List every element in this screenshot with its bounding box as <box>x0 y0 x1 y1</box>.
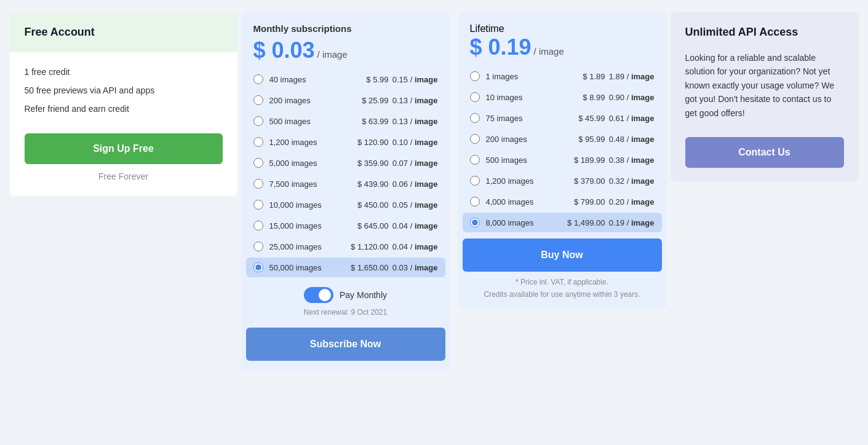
lifetime-radio-7[interactable] <box>470 218 480 227</box>
monthly-images-3: 1,200 images <box>269 138 340 147</box>
monthly-row[interactable]: 40 images $ 5.99 0.15 / image <box>246 69 445 89</box>
monthly-column: Monthly subscriptions $ 0.03 / image 40 … <box>241 12 450 371</box>
lifetime-price-6: $ 799.00 <box>556 197 605 207</box>
lifetime-row[interactable]: 10 images $ 8.99 0.90 / image <box>463 87 662 107</box>
monthly-radio-4[interactable] <box>253 158 263 168</box>
monthly-radio-2[interactable] <box>253 116 263 126</box>
monthly-row[interactable]: 5,000 images $ 359.90 0.07 / image <box>246 153 445 173</box>
lifetime-row[interactable]: 200 images $ 95.99 0.48 / image <box>463 129 662 149</box>
monthly-radio-3[interactable] <box>253 137 263 147</box>
lifetime-images-6: 4,000 images <box>486 197 556 207</box>
lifetime-radio-0[interactable] <box>470 71 480 81</box>
monthly-per-image-7: 0.04 / image <box>389 221 438 230</box>
lifetime-images-1: 10 images <box>486 93 556 102</box>
signup-button[interactable]: Sign Up Free <box>25 133 223 164</box>
monthly-price-unit: / image <box>317 49 348 60</box>
monthly-radio-0[interactable] <box>253 74 263 84</box>
free-column: Free Account 1 free credit 50 free previ… <box>10 12 237 196</box>
monthly-header: Monthly subscriptions $ 0.03 / image <box>241 12 450 69</box>
lifetime-radio-3[interactable] <box>470 134 480 144</box>
monthly-radio-1[interactable] <box>253 95 263 105</box>
monthly-price-4: $ 359.90 <box>340 159 389 168</box>
lifetime-row[interactable]: 500 images $ 189.99 0.38 / image <box>463 150 662 170</box>
lifetime-price-display: $ 0.19 / image <box>470 34 655 60</box>
monthly-row[interactable]: 500 images $ 63.99 0.13 / image <box>246 111 445 131</box>
lifetime-row[interactable]: 4,000 images $ 799.00 0.20 / image <box>463 192 662 211</box>
monthly-images-1: 200 images <box>269 96 340 105</box>
lifetime-images-3: 200 images <box>486 135 556 144</box>
monthly-radio-8[interactable] <box>253 242 263 251</box>
lifetime-radio-1[interactable] <box>470 92 480 102</box>
monthly-row[interactable]: 25,000 images $ 1,120.00 0.04 / image <box>246 237 445 256</box>
monthly-radio-7[interactable] <box>253 221 263 230</box>
vat-note: * Price inl. VAT, if applicable. <box>458 272 667 289</box>
feature-1: 1 free credit <box>25 67 223 77</box>
monthly-price-3: $ 120.90 <box>340 138 389 147</box>
lifetime-per-image-5: 0.32 / image <box>605 176 655 186</box>
lifetime-radio-5[interactable] <box>470 176 480 186</box>
monthly-price-1: $ 25.99 <box>340 96 389 105</box>
lifetime-title: Lifetime <box>470 23 655 34</box>
free-forever-label: Free Forever <box>25 171 223 181</box>
monthly-radio-6[interactable] <box>253 200 263 210</box>
contact-button[interactable]: Contact Us <box>685 137 844 168</box>
lifetime-row[interactable]: 8,000 images $ 1,499.00 0.19 / image <box>463 213 662 232</box>
lifetime-images-0: 1 images <box>486 72 556 81</box>
lifetime-row[interactable]: 1 images $ 1.89 1.89 / image <box>463 66 662 86</box>
monthly-price-0: $ 5.99 <box>340 75 389 84</box>
lifetime-price-4: $ 189.99 <box>556 156 605 165</box>
lifetime-price-2: $ 45.99 <box>556 114 605 123</box>
lifetime-images-7: 8,000 images <box>486 218 556 227</box>
lifetime-price-7: $ 1,499.00 <box>556 218 605 227</box>
monthly-row[interactable]: 50,000 images $ 1,650.00 0.03 / image <box>246 258 445 277</box>
monthly-price-9: $ 1,650.00 <box>340 263 389 272</box>
monthly-images-5: 7,500 images <box>269 179 340 189</box>
monthly-price-8: $ 1,120.00 <box>340 242 389 251</box>
lifetime-radio-4[interactable] <box>470 155 480 165</box>
monthly-row[interactable]: 10,000 images $ 450.00 0.05 / image <box>246 195 445 215</box>
lifetime-price-0: $ 1.89 <box>556 72 605 81</box>
monthly-row[interactable]: 1,200 images $ 120.90 0.10 / image <box>246 132 445 152</box>
monthly-row[interactable]: 15,000 images $ 645.00 0.04 / image <box>246 216 445 235</box>
toggle-label: Pay Monthly <box>340 290 387 300</box>
monthly-price: $ 0.03 <box>253 37 315 63</box>
monthly-price-6: $ 450.00 <box>340 200 389 210</box>
lifetime-price-unit: / image <box>534 46 564 57</box>
pay-monthly-toggle[interactable] <box>304 287 333 303</box>
lifetime-price-1: $ 8.99 <box>556 93 605 102</box>
monthly-images-9: 50,000 images <box>269 263 340 272</box>
monthly-per-image-2: 0.13 / image <box>389 117 438 126</box>
lifetime-radio-6[interactable] <box>470 197 480 207</box>
lifetime-row[interactable]: 1,200 images $ 379.00 0.32 / image <box>463 171 662 191</box>
monthly-per-image-8: 0.04 / image <box>389 242 438 251</box>
free-features: 1 free credit 50 free previews via API a… <box>25 67 223 114</box>
monthly-radio-5[interactable] <box>253 179 263 189</box>
monthly-row[interactable]: 7,500 images $ 439.90 0.06 / image <box>246 174 445 194</box>
lifetime-per-image-0: 1.89 / image <box>605 72 655 81</box>
monthly-rows: 40 images $ 5.99 0.15 / image 200 images… <box>241 69 450 277</box>
lifetime-row[interactable]: 75 images $ 45.99 0.61 / image <box>463 108 662 128</box>
renewal-text: Next renewal: 9 Oct 2021 <box>241 305 450 323</box>
free-title: Free Account <box>25 26 223 39</box>
unlimited-title: Unlimited API Access <box>685 26 844 39</box>
monthly-per-image-5: 0.06 / image <box>389 179 438 189</box>
lifetime-radio-2[interactable] <box>470 113 480 123</box>
unlimited-description: Looking for a reliable and scalable solu… <box>685 51 844 120</box>
free-body: 1 free credit 50 free previews via API a… <box>10 52 237 196</box>
lifetime-images-2: 75 images <box>486 114 556 123</box>
monthly-price-7: $ 645.00 <box>340 221 389 230</box>
monthly-per-image-0: 0.15 / image <box>389 75 438 84</box>
buy-now-button[interactable]: Buy Now <box>463 238 662 272</box>
lifetime-price-3: $ 95.99 <box>556 135 605 144</box>
monthly-row[interactable]: 200 images $ 25.99 0.13 / image <box>246 90 445 110</box>
monthly-radio-9[interactable] <box>253 262 263 272</box>
monthly-images-6: 10,000 images <box>269 200 340 210</box>
monthly-images-0: 40 images <box>269 75 340 84</box>
lifetime-price: $ 0.19 <box>470 34 532 60</box>
monthly-price-display: $ 0.03 / image <box>253 37 438 63</box>
subscribe-button[interactable]: Subscribe Now <box>246 328 445 361</box>
lifetime-images-5: 1,200 images <box>486 176 556 186</box>
lifetime-column: Lifetime $ 0.19 / image 1 images $ 1.89 … <box>458 12 667 309</box>
unlimited-column: Unlimited API Access Looking for a relia… <box>671 12 859 181</box>
free-header: Free Account <box>10 12 237 52</box>
